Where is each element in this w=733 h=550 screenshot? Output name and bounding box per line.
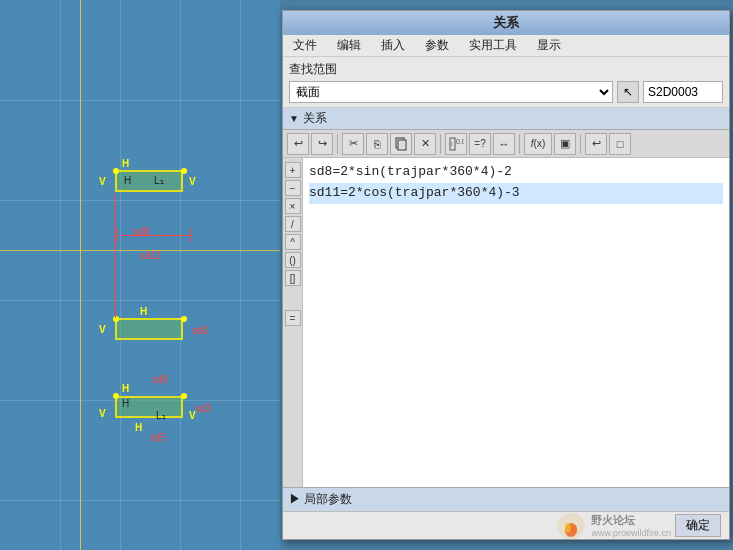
sd8-dim-line bbox=[120, 235, 190, 236]
toolbar-sep-2 bbox=[440, 134, 441, 154]
paste-button[interactable] bbox=[390, 133, 412, 155]
search-range-select[interactable]: 截面 特征 零件 组件 bbox=[289, 81, 613, 103]
watermark-site: 野火论坛 bbox=[591, 513, 671, 528]
toolbar-sep-4 bbox=[580, 134, 581, 154]
search-arrow-button[interactable]: ↖ bbox=[617, 81, 639, 103]
op-multiply[interactable]: × bbox=[285, 198, 301, 214]
cut-button[interactable]: ✂ bbox=[342, 133, 364, 155]
fx-button[interactable]: f(x) bbox=[524, 133, 552, 155]
search-range-section: 查找范围 截面 特征 零件 组件 ↖ S2D0003 bbox=[283, 57, 729, 108]
redo-button[interactable]: ↪ bbox=[311, 133, 333, 155]
menu-insert[interactable]: 插入 bbox=[375, 35, 411, 56]
op-equals[interactable]: = bbox=[285, 310, 301, 326]
equation-line-1: sd8=2*sin(trajpar*360*4)-2 bbox=[309, 162, 723, 183]
dialog-window: 关系 文件 编辑 插入 参数 实用工具 显示 查找范围 截面 特征 零件 组件 … bbox=[282, 10, 730, 540]
menu-edit[interactable]: 编辑 bbox=[331, 35, 367, 56]
v-label-left-bot: V bbox=[99, 408, 106, 419]
point-5 bbox=[113, 393, 119, 399]
relations-header: ▼ 关系 bbox=[283, 108, 729, 130]
point-3 bbox=[113, 316, 119, 322]
equation-line-2: sd11=2*cos(trajpar*360*4)-3 bbox=[309, 183, 723, 204]
search-id-display: S2D0003 bbox=[643, 81, 723, 103]
point-4 bbox=[181, 316, 187, 322]
svg-text:0.0: 0.0 bbox=[456, 138, 464, 145]
insert-col-button[interactable]: ↔ bbox=[493, 133, 515, 155]
point-1 bbox=[113, 168, 119, 174]
wildfire-logo bbox=[557, 512, 585, 540]
h-label-bot-inside: H bbox=[122, 398, 129, 409]
cad-canvas: H V V H L₁ sd8 sd11 H V sd6 H sd8 H L₁ V… bbox=[0, 0, 280, 550]
op-brackets[interactable]: [] bbox=[285, 270, 301, 286]
h-label-inside: H bbox=[124, 175, 131, 186]
insert-button[interactable]: ↩ bbox=[585, 133, 607, 155]
toolbar: ↩ ↪ ✂ ⎘ ✕ ↕0.0 =? ↔ f(x) ▣ ↩ □ bbox=[283, 130, 729, 158]
local-params-label: ▶ 局部参数 bbox=[289, 491, 352, 508]
op-plus[interactable]: + bbox=[285, 162, 301, 178]
dialog-menubar: 文件 编辑 插入 参数 实用工具 显示 bbox=[283, 35, 729, 57]
sd8-ext-left bbox=[116, 228, 117, 242]
sd8-label-1: sd8 bbox=[133, 226, 149, 237]
text-editor[interactable]: sd8=2*sin(trajpar*360*4)-2 sd11=2*cos(tr… bbox=[303, 158, 729, 487]
svg-point-7 bbox=[565, 523, 571, 533]
side-ops: + − × / ^ () [] = bbox=[283, 158, 303, 487]
point-2 bbox=[181, 168, 187, 174]
sd11-dim-v bbox=[115, 193, 116, 318]
toolbar-sep-1 bbox=[337, 134, 338, 154]
watermark: 野火论坛 www.proewildfire.cn bbox=[557, 512, 671, 540]
menu-tools[interactable]: 实用工具 bbox=[463, 35, 523, 56]
local-params-section[interactable]: ▶ 局部参数 bbox=[283, 487, 729, 511]
h-label-middle: H bbox=[140, 306, 147, 317]
toolbar-sep-3 bbox=[519, 134, 520, 154]
sd6-label: sd6 bbox=[192, 325, 208, 336]
relations-toggle[interactable]: ▼ bbox=[289, 113, 299, 124]
op-parens[interactable]: () bbox=[285, 252, 301, 268]
svg-text:↕: ↕ bbox=[450, 140, 454, 147]
dialog-titlebar: 关系 bbox=[283, 11, 729, 35]
relations-title: 关系 bbox=[303, 110, 327, 127]
op-divide[interactable]: / bbox=[285, 216, 301, 232]
v-label-right-top: V bbox=[189, 176, 196, 187]
sketch-rect-2 bbox=[115, 318, 183, 340]
menu-file[interactable]: 文件 bbox=[287, 35, 323, 56]
search-range-label: 查找范围 bbox=[289, 61, 723, 78]
search-range-row: 截面 特征 零件 组件 ↖ S2D0003 bbox=[289, 81, 723, 103]
menu-display[interactable]: 显示 bbox=[531, 35, 567, 56]
menu-params[interactable]: 参数 bbox=[419, 35, 455, 56]
sort-button[interactable]: ↕0.0 bbox=[445, 133, 467, 155]
point-6 bbox=[181, 393, 187, 399]
op-minus[interactable]: − bbox=[285, 180, 301, 196]
watermark-text: 野火论坛 www.proewildfire.cn bbox=[591, 513, 671, 538]
bottom-bar: 野火论坛 www.proewildfire.cn 确定 bbox=[283, 511, 729, 539]
sd8-ext-right bbox=[190, 228, 191, 242]
v-label-left-mid: V bbox=[99, 324, 106, 335]
graph-button[interactable]: ▣ bbox=[554, 133, 576, 155]
frame-button[interactable]: □ bbox=[609, 133, 631, 155]
l1-label-2: L₁ bbox=[156, 410, 166, 421]
op-caret[interactable]: ^ bbox=[285, 234, 301, 250]
confirm-button[interactable]: 确定 bbox=[675, 514, 721, 537]
l1-label-1: L₁ bbox=[154, 175, 164, 186]
svg-rect-1 bbox=[398, 140, 406, 150]
sd3-label: sd3 bbox=[195, 403, 211, 414]
cursor-icon: ↖ bbox=[623, 85, 633, 99]
watermark-url: www.proewildfire.cn bbox=[591, 528, 671, 538]
sd8-label-2: sd8 bbox=[152, 374, 168, 385]
sd11-label: sd11 bbox=[140, 250, 162, 261]
v-label-left-top: V bbox=[99, 176, 106, 187]
relations-section: ▼ 关系 ↩ ↪ ✂ ⎘ ✕ ↕0.0 =? ↔ f(x) ▣ ↩ □ bbox=[283, 108, 729, 511]
content-area: + − × / ^ () [] = sd8=2*sin(trajpar*360*… bbox=[283, 158, 729, 487]
equals-query-button[interactable]: =? bbox=[469, 133, 491, 155]
delete-button[interactable]: ✕ bbox=[414, 133, 436, 155]
dialog-title: 关系 bbox=[493, 14, 519, 32]
undo-button[interactable]: ↩ bbox=[287, 133, 309, 155]
sd5-label: sd5 bbox=[150, 432, 166, 443]
h-label-top: H bbox=[122, 158, 129, 169]
h-label-bottom-1: H bbox=[122, 383, 129, 394]
svg-point-8 bbox=[571, 525, 577, 533]
h-label-bottom-2: H bbox=[135, 422, 142, 433]
copy-button[interactable]: ⎘ bbox=[366, 133, 388, 155]
